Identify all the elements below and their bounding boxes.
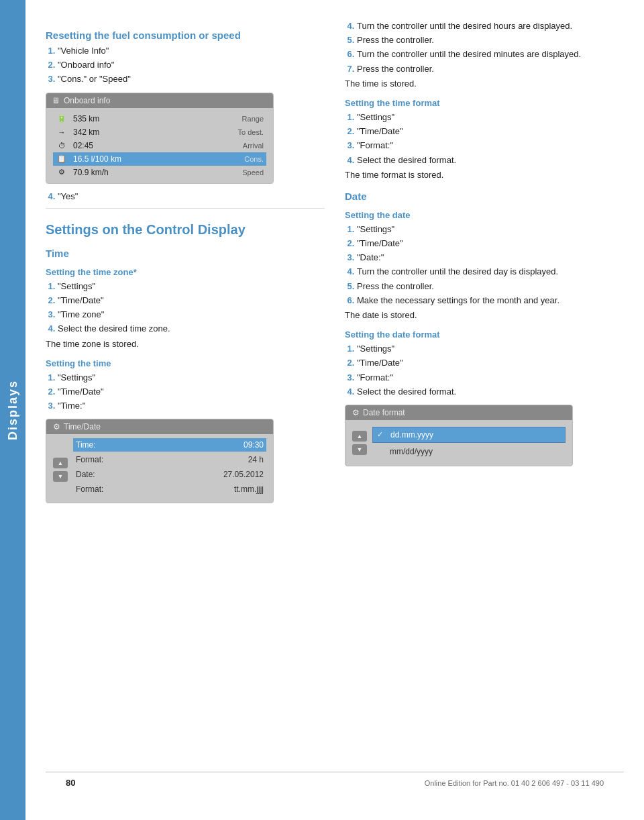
left-column: Resetting the fuel consumption or speed … [46,20,325,772]
fuel-icon: 📋 [56,154,68,163]
time-format-heading: Setting the time format [345,98,624,108]
screen-row: 🔋 535 km Range [53,112,266,125]
clock-icon: ⏱ [56,142,68,150]
list-item: "Cons." or "Speed" [58,73,325,85]
reset-fuel-steps: "Vehicle Info" "Onboard info" "Cons." or… [58,45,325,86]
row-unit: Speed [227,168,264,176]
screen-body-onboard: 🔋 535 km Range → 342 km To dest. ⏱ [46,108,273,183]
date-stored-note: The date is stored. [345,309,624,321]
list-item: "Time/Date" [58,386,325,398]
list-item: "Time/Date" [357,125,624,138]
page-number: 80 [66,778,75,788]
td-row-date-format: Format: tt.mm.jjjj [73,482,266,496]
td-rows: Time: 09:30 Format: 24 h Dat [73,437,266,497]
screen-header-onboard: 🖥 Onboard info [46,93,273,108]
nav-up-button[interactable]: ▲ [53,458,68,468]
td-row-label: Format: [76,484,234,494]
list-item: "Time zone" [58,309,325,321]
screen-header-title: Onboard info [64,96,110,105]
td-row-value: tt.mm.jjjj [234,484,264,494]
list-item: Press the controller. [357,34,624,46]
list-item: "Format:" [357,372,624,384]
list-item: "Time/Date" [58,295,325,307]
time-zone-note: The time zone is stored. [46,338,325,350]
list-item: "Time/Date" [357,238,624,250]
list-item: Press the controller. [357,63,624,75]
time-zone-subsection: Setting the time zone* "Settings" "Time/… [46,267,325,350]
list-item: "Settings" [357,343,624,355]
row-label: 342 km [73,127,221,137]
side-tab-label: Displays [6,380,20,440]
td-screen-body: ▲ ▼ Time: 09:30 [46,434,273,503]
df-row-label: dd.mm.yyyy [390,430,433,440]
date-format-subsection: Setting the date format "Settings" "Time… [345,329,624,466]
list-item: "Settings" [357,111,624,123]
speed-icon: ⚙ [56,168,68,176]
reset-fuel-section: Resetting the fuel consumption or speed … [46,30,325,203]
list-item: "Yes" [58,191,325,203]
time-section-heading: Time [46,248,325,259]
list-item: Select the desired format. [357,154,624,166]
df-nav-down[interactable]: ▼ [352,444,367,455]
df-header-title: Date format [363,408,405,417]
date-format-screen: ⚙ Date format ▲ ▼ ✓ [345,405,573,466]
list-item: "Time/Date" [357,357,624,369]
page-footer: 80 Online Edition for Part no. 01 40 2 6… [46,772,624,793]
list-item: "Format:" [357,140,624,152]
list-item: "Onboard info" [58,59,325,71]
td-row-label: Time: [76,440,244,450]
td-row-value: 09:30 [244,440,264,450]
main-heading-settings: Settings on the Control Display [46,221,325,238]
df-row-label: mm/dd/yyyy [390,447,433,456]
battery-icon: 🔋 [56,114,68,123]
time-extra-steps: Turn the controller until the desired ho… [357,20,624,75]
row-label: 02:45 [73,141,221,150]
time-zone-steps: "Settings" "Time/Date" "Time zone" Selec… [58,280,325,336]
list-item: "Settings" [357,223,624,236]
reset-fuel-heading: Resetting the fuel consumption or speed [46,30,325,41]
time-format-note: The time format is stored. [345,169,624,181]
step4-list: "Yes" [58,191,325,203]
list-item: Turn the controller until the desired ho… [357,20,624,32]
set-date-heading: Setting the date [345,210,624,220]
df-row-selected: ✓ dd.mm.yyyy [372,427,566,443]
screen-row: ⚙ 70.9 km/h Speed [53,166,266,179]
set-time-steps: "Settings" "Time/Date" "Time:" [58,372,325,413]
screen-row: ⏱ 02:45 Arrival [53,139,266,152]
list-item: "Settings" [58,280,325,293]
screen-header-icon: 🖥 [52,96,60,105]
list-item: Select the desired time zone. [58,323,325,335]
side-tab: Displays [0,0,25,820]
td-row-time: Time: 09:30 [73,438,266,452]
td-row-date: Date: 27.05.2012 [73,468,266,481]
td-row-label: Date: [76,470,223,479]
footer-text: Online Edition for Part no. 01 40 2 606 … [425,779,604,787]
df-nav-up[interactable]: ▲ [352,431,367,442]
time-stored-note: The time is stored. [345,78,624,90]
df-row: mm/dd/yyyy [372,444,566,459]
list-item: Turn the controller until the desired da… [357,266,624,278]
time-format-steps: "Settings" "Time/Date" "Format:" Select … [357,111,624,166]
time-date-screen: ⚙ Time/Date ▲ ▼ [46,419,274,503]
list-item: "Vehicle Info" [58,45,325,57]
td-header-title: Time/Date [64,422,101,431]
set-time-subsection: Setting the time "Settings" "Time/Date" … [46,358,325,504]
df-rows: ✓ dd.mm.yyyy mm/dd/yyyy [372,425,566,460]
time-section: Time Setting the time zone* "Settings" "… [46,248,325,504]
date-format-heading: Setting the date format [345,329,624,340]
set-time-heading: Setting the time [46,358,325,368]
onboard-info-screen: 🖥 Onboard info 🔋 535 km Range → 3 [46,93,274,184]
gear-icon: ⚙ [53,422,60,431]
df-screen-body: ▲ ▼ ✓ dd.mm.yyyy [345,420,572,466]
list-item: Make the necessary settings for the mont… [357,295,624,307]
time-format-subsection: Setting the time format "Settings" "Time… [345,98,624,181]
row-label: 16.5 l/100 km [73,154,221,164]
set-date-subsection: Setting the date "Settings" "Time/Date" … [345,210,624,321]
td-nav-col: ▲ ▼ [53,437,68,497]
list-item: "Time:" [58,400,325,412]
time-continued-section: Turn the controller until the desired ho… [345,20,624,181]
date-section: Date Setting the date "Settings" "Time/D… [345,191,624,466]
row-unit: To dest. [227,128,264,136]
row-unit: Arrival [227,142,264,150]
nav-down-button[interactable]: ▼ [53,471,68,482]
